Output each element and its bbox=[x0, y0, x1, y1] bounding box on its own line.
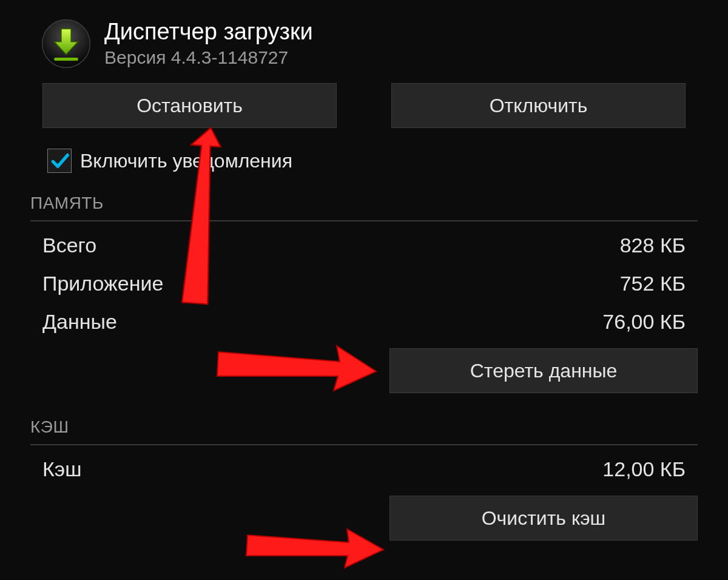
notifications-checkbox-row[interactable]: Включить уведомления bbox=[30, 149, 698, 194]
clear-cache-button[interactable]: Очистить кэш bbox=[389, 496, 698, 541]
cache-section-header: КЭШ bbox=[30, 417, 698, 445]
storage-row-data: Данные 76,00 КБ bbox=[30, 303, 698, 341]
storage-total-label: Всего bbox=[42, 234, 96, 257]
app-header: Диспетчер загрузки Версия 4.4.3-1148727 bbox=[30, 12, 698, 81]
storage-data-label: Данные bbox=[42, 310, 117, 334]
cache-row: Кэш 12,00 КБ bbox=[30, 450, 698, 488]
check-icon bbox=[50, 151, 69, 170]
storage-app-value: 752 КБ bbox=[620, 272, 686, 295]
app-version: Версия 4.4.3-1148727 bbox=[104, 46, 313, 69]
storage-data-value: 76,00 КБ bbox=[602, 310, 686, 334]
clear-data-button[interactable]: Стереть данные bbox=[389, 348, 698, 393]
storage-total-value: 828 КБ bbox=[620, 234, 686, 257]
notifications-label: Включить уведомления bbox=[80, 150, 292, 172]
cache-value: 12,00 КБ bbox=[602, 457, 686, 481]
clear-cache-row: Очистить кэш bbox=[30, 488, 698, 547]
app-title: Диспетчер загрузки bbox=[104, 18, 313, 46]
svg-rect-1 bbox=[54, 58, 78, 61]
download-manager-icon bbox=[41, 19, 91, 69]
cache-label: Кэш bbox=[42, 457, 81, 481]
storage-row-app: Приложение 752 КБ bbox=[30, 265, 698, 303]
clear-data-row: Стереть данные bbox=[30, 341, 698, 417]
disable-button[interactable]: Отключить bbox=[391, 83, 686, 128]
storage-section-header: ПАМЯТЬ bbox=[30, 194, 698, 221]
action-button-row: Остановить Отключить bbox=[30, 81, 698, 149]
stop-button[interactable]: Остановить bbox=[42, 83, 337, 128]
app-title-block: Диспетчер загрузки Версия 4.4.3-1148727 bbox=[104, 18, 313, 69]
notifications-checkbox[interactable] bbox=[47, 149, 72, 173]
storage-app-label: Приложение bbox=[42, 272, 163, 295]
storage-row-total: Всего 828 КБ bbox=[30, 226, 698, 265]
